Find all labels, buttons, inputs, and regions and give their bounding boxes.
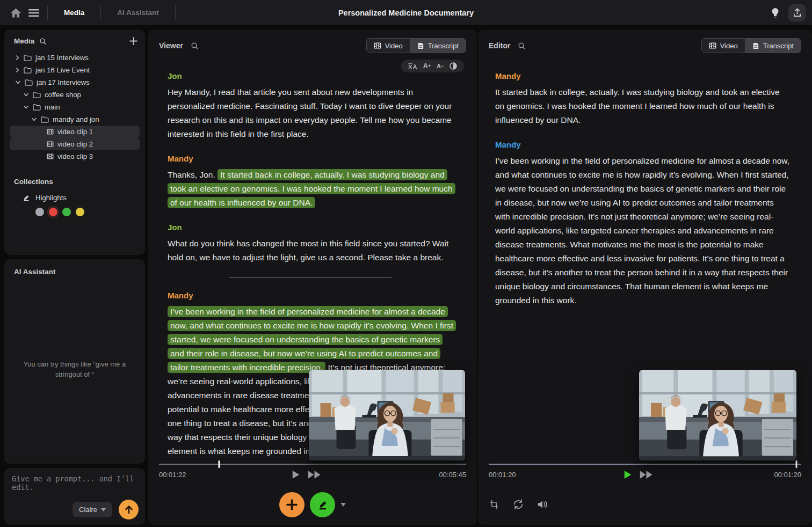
tab-ai-assistant[interactable]: AI Assistant [105,0,171,25]
highlight-color-dot[interactable] [49,208,57,216]
tree-item-label: jan 17 Interviews [37,78,90,86]
tree-item[interactable]: mandy and jon [10,113,140,126]
translate-icon[interactable] [408,63,417,70]
media-tree: jan 15 Interviews jan 16 Live Event jan … [11,52,139,163]
prompt-input[interactable] [12,474,137,498]
highlight-options-button[interactable] [340,503,346,507]
viewer-fast-forward-button[interactable] [308,471,321,479]
viewer-video-preview[interactable] [309,370,465,460]
viewer-transcript-toggle[interactable]: Transcript [410,39,466,53]
chevron-right-icon[interactable] [15,67,20,73]
transcript-text[interactable]: I’ve been working in the field of person… [495,156,789,305]
scene-divider [229,277,392,278]
viewer-search-button[interactable] [191,42,199,50]
replace-button[interactable] [512,499,524,510]
viewer-current-time: 00:01:22 [159,471,186,479]
crop-button[interactable] [489,499,499,510]
media-search-button[interactable] [39,38,47,45]
highlighter-icon [23,194,30,201]
editor-video-preview[interactable] [639,370,796,460]
viewer-transport: 00:01:22 00:05:45 [148,464,477,484]
add-to-timeline-button[interactable] [279,492,305,517]
chevron-down-icon[interactable] [15,80,21,85]
transcript-text[interactable]: What do you think has changed the most i… [168,239,448,262]
plus-icon [286,499,298,510]
tree-item-label: jan 16 Live Event [35,66,90,74]
menu-button[interactable] [25,4,43,22]
font-decrease-button[interactable]: A− [437,63,444,69]
chevron-down-icon[interactable] [31,117,37,122]
topbar-divider [47,5,48,20]
chevron-right-icon[interactable] [15,55,20,61]
voice-select-button[interactable]: Claire [73,502,112,517]
tree-item[interactable]: main [10,101,140,113]
transcript-text[interactable]: Thanks, Jon. [168,170,218,179]
tree-item-label: main [45,103,60,111]
highlight-color-dot[interactable] [76,208,84,216]
tree-item-label: video clip 3 [57,152,93,160]
viewer-mode-toggle: Video Transcript [366,38,466,53]
speaker-name[interactable]: Mandy [168,291,453,300]
transcript-paragraph[interactable]: It started back in college, actually. I … [495,85,791,127]
film-icon [47,153,54,159]
tree-item-label: jan 15 Interviews [35,54,89,62]
chevron-down-icon[interactable] [23,105,29,109]
topbar: Media AI Assistant Personalized Medicine… [0,0,812,25]
send-prompt-button[interactable] [119,500,139,519]
transcript-paragraph[interactable]: What do you think has changed the most i… [168,237,453,265]
editor-video-toggle[interactable]: Video [702,39,745,53]
tree-item[interactable]: jan 15 Interviews [10,52,140,64]
document-icon [752,42,759,49]
editor-fast-forward-button[interactable] [640,471,653,479]
tips-button[interactable] [766,4,784,22]
add-media-button[interactable] [129,37,137,45]
film-icon [47,141,54,147]
viewer-video-toggle[interactable]: Video [367,39,410,53]
highlight-color-dot[interactable] [62,208,71,216]
editor-total-time: 00:01:20 [774,471,801,479]
viewer-play-button[interactable] [292,471,299,479]
highlights-collection[interactable]: Highlights [11,191,139,204]
transcript-paragraph[interactable]: Thanks, Jon. It started back in college,… [168,168,453,210]
export-button[interactable] [788,4,806,21]
editor-transcript-toggle[interactable]: Transcript [745,39,801,53]
speaker-name[interactable]: Jon [168,223,453,232]
contrast-icon[interactable] [450,62,457,70]
collections-header: Collections [14,178,53,186]
transcript-paragraph[interactable]: I’ve been working in the field of person… [495,154,791,308]
viewer-actions [148,484,477,525]
transcript-text[interactable]: Hey Mandy, I read that article you sent … [168,87,452,138]
tree-item[interactable]: video clip 2 [10,138,140,150]
editor-current-time: 00:01:20 [489,471,516,479]
home-button[interactable] [6,4,25,22]
speaker-name[interactable]: Mandy [495,140,791,149]
media-card: Media jan 15 Interviews jan 16 Live Even [4,30,145,255]
editor-play-button[interactable] [625,471,632,479]
crop-icon [489,499,499,510]
tree-item[interactable]: jan 17 Interviews [10,76,140,89]
font-increase-button[interactable]: A+ [423,62,431,70]
speaker-name[interactable]: Jon [168,71,453,80]
tree-item[interactable]: video clip 1 [10,126,140,138]
highlight-button[interactable] [310,492,335,517]
tab-media[interactable]: Media [52,0,96,25]
lab-scene-image [309,370,465,460]
editor-search-button[interactable] [518,42,526,50]
transcript-text[interactable]: It started back in college, actually. I … [495,87,780,125]
highlight-color-dot[interactable] [35,208,44,216]
tree-item[interactable]: jan 16 Live Event [10,64,140,76]
editor-transport: 00:01:20 00:01:20 [478,464,812,484]
folder-icon [33,104,41,111]
folder-icon [33,92,41,98]
chevron-down-icon[interactable] [23,92,29,97]
speaker-name[interactable]: Mandy [495,71,791,80]
project-title: Personalized Medicine Documentary [338,9,474,17]
volume-button[interactable] [537,499,549,510]
editor-tools [478,484,812,525]
highlights-label: Highlights [35,194,67,202]
volume-icon [537,499,549,510]
speaker-name[interactable]: Mandy [168,154,453,163]
tree-item[interactable]: video clip 3 [10,150,140,163]
transcript-paragraph[interactable]: Hey Mandy, I read that article you sent … [168,85,453,141]
tree-item[interactable]: coffee shop [10,89,140,101]
